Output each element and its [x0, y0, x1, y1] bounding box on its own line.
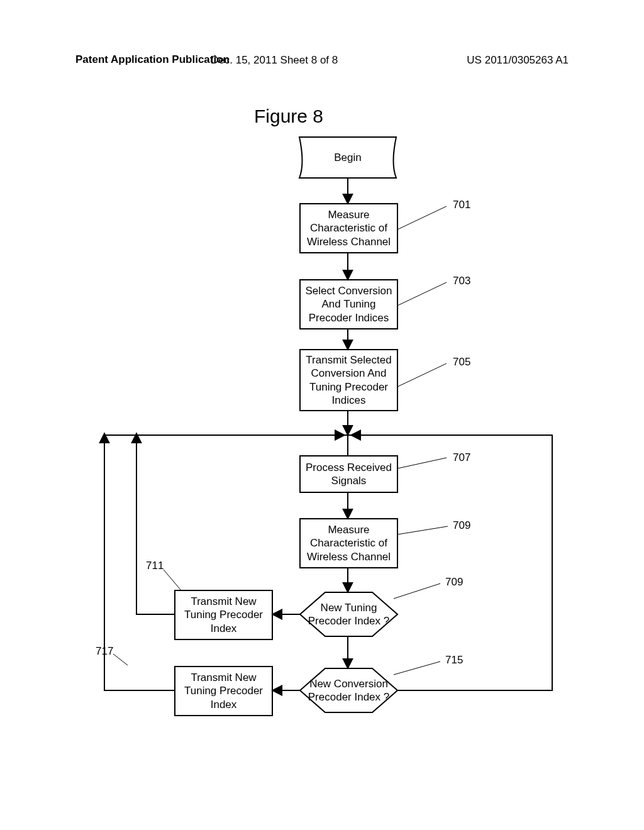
box-701: Measure Characteristic of Wireless Chann…	[300, 204, 397, 253]
box-711: Transmit New Tuning Precoder Index	[175, 590, 272, 639]
svg-line-23	[397, 363, 447, 387]
box-717: Transmit New Tuning Precoder Index	[175, 667, 272, 716]
label-709b: 709	[445, 576, 463, 589]
decision-709: New Tuning Precoder Index ?	[300, 592, 397, 636]
svg-line-21	[397, 206, 447, 230]
label-705: 705	[453, 356, 470, 368]
decision-715: New Conversion Precoder Index ?	[300, 668, 397, 712]
svg-line-26	[394, 584, 440, 599]
box-709: Measure Characteristic of Wireless Chann…	[300, 519, 397, 568]
begin-node: Begin	[299, 137, 396, 178]
svg-line-28	[164, 570, 181, 590]
label-715: 715	[445, 654, 463, 667]
label-701: 701	[453, 199, 470, 211]
label-707: 707	[453, 451, 470, 464]
svg-line-25	[397, 526, 448, 534]
page: Patent Application Publication Dec. 15, …	[0, 0, 644, 830]
svg-line-27	[394, 661, 440, 675]
box-703: Select Conversion And Tuning Precoder In…	[300, 280, 397, 329]
label-717: 717	[96, 645, 113, 658]
label-711: 711	[146, 560, 164, 572]
label-703: 703	[453, 275, 470, 287]
label-709a: 709	[453, 519, 470, 532]
svg-line-29	[113, 654, 128, 665]
svg-line-24	[397, 458, 447, 468]
box-707: Process Received Signals	[300, 456, 397, 492]
box-705: Transmit Selected Conversion And Tuning …	[300, 350, 397, 411]
svg-line-22	[397, 282, 447, 306]
